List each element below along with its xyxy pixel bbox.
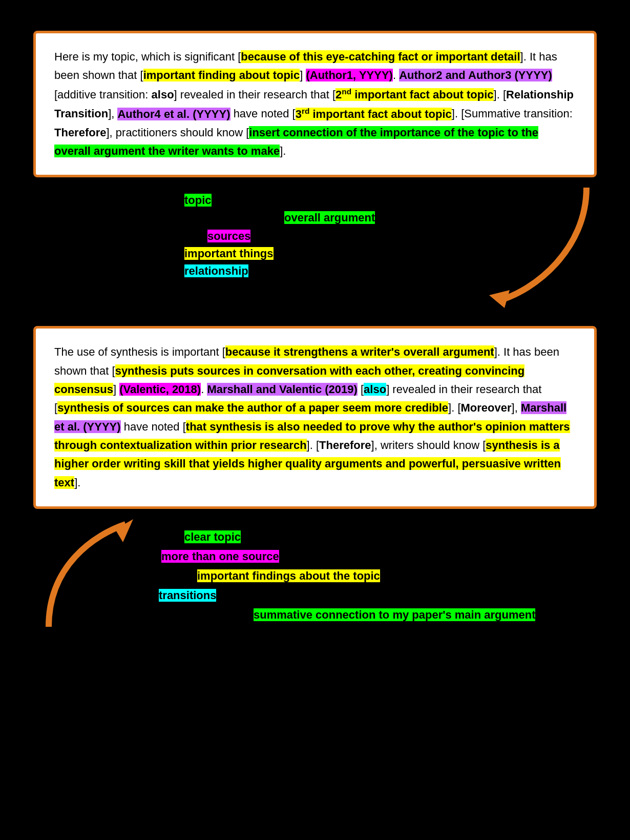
kw-transitions-text: transitions <box>159 589 216 602</box>
svg-marker-0 <box>489 290 510 308</box>
highlight-8: insert connection of the importance of t… <box>54 126 538 157</box>
highlight-3: (Author1, YYYY) <box>306 69 393 81</box>
kw-overall-argument: overall argument <box>284 209 375 227</box>
highlight-5: 2nd important fact about topic <box>335 88 494 101</box>
kw-overall-argument-text: overall argument <box>284 211 375 224</box>
kw-more-sources-text: more than one source <box>161 550 279 563</box>
hl2-3: (Valentic, 2018) <box>119 383 201 396</box>
arrow-left-2 <box>33 514 136 637</box>
kw-topic-text: topic <box>184 194 212 207</box>
keywords-section-1: topic overall argument sources important… <box>33 177 597 321</box>
kw-relationship: relationship <box>184 262 248 280</box>
kw-important-things-text: important things <box>184 247 274 260</box>
kw-topic: topic <box>184 192 212 209</box>
kw-sources-text: sources <box>207 230 250 242</box>
highlight-1: because of this eye-catching fact or imp… <box>241 50 520 63</box>
hl2-4: Marshall and Valentic (2019) <box>207 383 357 396</box>
highlight-4: Author2 and Author3 (YYYY) <box>399 69 552 81</box>
highlight-2: important finding about topic <box>143 69 300 81</box>
kw-clear-topic-text: clear topic <box>184 530 241 543</box>
arrow-right-1 <box>484 177 597 321</box>
kw-transitions: transitions <box>159 587 216 604</box>
kw-relationship-text: relationship <box>184 264 248 277</box>
also-bold: also <box>152 88 174 101</box>
therefore-2: Therefore <box>319 439 371 452</box>
keywords-section-2: clear topic more than one source importa… <box>33 514 597 637</box>
highlight-6: Author4 et al. (YYYY) <box>117 108 230 120</box>
therefore-1: Therefore <box>54 126 106 139</box>
kw-clear-topic: clear topic <box>184 528 241 546</box>
text-box-2: The use of synthesis is important [becau… <box>33 326 597 508</box>
highlight-7: 3rd important fact about topic <box>296 108 452 120</box>
kw-more-sources: more than one source <box>161 548 279 565</box>
text-box-1: Here is my topic, which is significant [… <box>33 31 597 177</box>
kw-sources: sources <box>207 228 250 245</box>
kw-important-findings: important findings about the topic <box>197 567 380 585</box>
hl2-6: synthesis of sources can make the author… <box>57 401 448 414</box>
kw-summative-connection: summative connection to my paper's main … <box>254 606 535 624</box>
box2-text: The use of synthesis is important [becau… <box>54 343 576 491</box>
box1-text: Here is my topic, which is significant [… <box>54 48 576 160</box>
page-wrapper: Here is my topic, which is significant [… <box>0 0 630 840</box>
kw-summative-connection-text: summative connection to my paper's main … <box>254 608 535 621</box>
moreover-bold: Moreover <box>461 401 512 414</box>
kw-important-findings-text: important findings about the topic <box>197 569 380 582</box>
hl2-1: because it strengthens a writer's overal… <box>225 345 494 358</box>
kw-important-things: important things <box>184 245 274 262</box>
hl2-5: also <box>364 383 386 396</box>
